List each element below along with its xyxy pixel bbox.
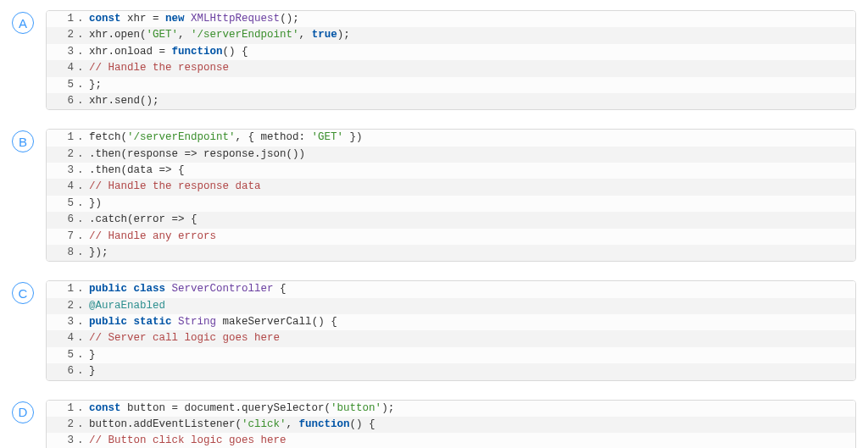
code-line: 3.public static String makeServerCall() … [47, 314, 855, 330]
code-line: 7.// Handle any errors [47, 229, 855, 245]
line-number: 3 [47, 44, 77, 60]
code-line: 5.}) [47, 196, 855, 212]
code-line: 1.const xhr = new XMLHttpRequest(); [47, 11, 855, 27]
code-content: // Server call logic goes here [86, 330, 847, 346]
line-number-dot: . [77, 60, 86, 76]
code-line: 1.fetch('/serverEndpoint', { method: 'GE… [47, 130, 855, 146]
code-content: } [86, 363, 847, 379]
option-c[interactable]: C1.public class ServerController {2.@Aur… [12, 280, 856, 380]
code-line: 2..then(response => response.json()) [47, 147, 855, 163]
code-line: 1.const button = document.querySelector(… [47, 401, 855, 417]
code-line: 4.// Handle the response data [47, 179, 855, 195]
code-content: fetch('/serverEndpoint', { method: 'GET'… [86, 130, 847, 146]
line-number: 1 [47, 281, 77, 297]
line-number-dot: . [77, 147, 86, 163]
line-number: 5 [47, 347, 77, 363]
code-content: const button = document.querySelector('b… [86, 401, 847, 417]
line-number: 3 [47, 433, 77, 448]
line-number-dot: . [77, 330, 86, 346]
line-number-dot: . [77, 401, 86, 417]
line-number-dot: . [77, 163, 86, 179]
code-line: 6.xhr.send(); [47, 93, 855, 109]
code-line: 5.}; [47, 77, 855, 93]
line-number-dot: . [77, 196, 86, 212]
option-b[interactable]: B1.fetch('/serverEndpoint', { method: 'G… [12, 129, 856, 262]
line-number-dot: . [77, 281, 86, 297]
code-content: }) [86, 196, 847, 212]
code-content: xhr.send(); [86, 93, 847, 109]
line-number: 1 [47, 11, 77, 27]
code-line: 2.xhr.open('GET', '/serverEndpoint', tru… [47, 27, 855, 43]
line-number: 4 [47, 60, 77, 76]
line-number: 7 [47, 229, 77, 245]
code-content: }); [86, 245, 847, 261]
line-number: 4 [47, 179, 77, 195]
line-number: 6 [47, 212, 77, 228]
option-a[interactable]: A1.const xhr = new XMLHttpRequest();2.xh… [12, 10, 856, 110]
code-line: 3..then(data => { [47, 163, 855, 179]
line-number-dot: . [77, 130, 86, 146]
line-number: 5 [47, 196, 77, 212]
line-number: 4 [47, 330, 77, 346]
code-line: 2.button.addEventListener('click', funct… [47, 417, 855, 433]
option-letter-badge[interactable]: C [12, 282, 34, 304]
code-content: xhr.open('GET', '/serverEndpoint', true)… [86, 27, 847, 43]
code-content: @AuraEnabled [86, 298, 847, 314]
line-number-dot: . [77, 212, 86, 228]
line-number-dot: . [77, 314, 86, 330]
code-block: 1.public class ServerController {2.@Aura… [46, 280, 856, 380]
line-number-dot: . [77, 298, 86, 314]
code-content: } [86, 347, 847, 363]
line-number-dot: . [77, 347, 86, 363]
line-number: 1 [47, 401, 77, 417]
line-number: 1 [47, 130, 77, 146]
line-number-dot: . [77, 433, 86, 448]
code-content: // Button click logic goes here [86, 433, 847, 448]
code-line: 4.// Server call logic goes here [47, 330, 855, 346]
code-content: public class ServerController { [86, 281, 847, 297]
code-content: const xhr = new XMLHttpRequest(); [86, 11, 847, 27]
code-content: }; [86, 77, 847, 93]
line-number: 8 [47, 245, 77, 261]
line-number: 2 [47, 298, 77, 314]
line-number-dot: . [77, 363, 86, 379]
code-line: 1.public class ServerController { [47, 281, 855, 297]
line-number: 3 [47, 163, 77, 179]
code-content: // Handle any errors [86, 229, 847, 245]
option-letter-badge[interactable]: B [12, 130, 34, 152]
code-line: 2.@AuraEnabled [47, 298, 855, 314]
line-number-dot: . [77, 93, 86, 109]
code-content: .then(data => { [86, 163, 847, 179]
option-letter-badge[interactable]: A [12, 12, 34, 34]
code-line: 6..catch(error => { [47, 212, 855, 228]
line-number: 3 [47, 314, 77, 330]
options-list: A1.const xhr = new XMLHttpRequest();2.xh… [12, 10, 856, 448]
code-line: 3.xhr.onload = function() { [47, 44, 855, 60]
code-block: 1.const xhr = new XMLHttpRequest();2.xhr… [46, 10, 856, 110]
line-number-dot: . [77, 44, 86, 60]
code-content: // Handle the response data [86, 179, 847, 195]
line-number-dot: . [77, 179, 86, 195]
code-block: 1.const button = document.querySelector(… [46, 400, 856, 449]
code-content: // Handle the response [86, 60, 847, 76]
line-number: 2 [47, 147, 77, 163]
line-number-dot: . [77, 11, 86, 27]
line-number-dot: . [77, 77, 86, 93]
line-number-dot: . [77, 417, 86, 433]
option-letter-badge[interactable]: D [12, 401, 34, 423]
code-content: xhr.onload = function() { [86, 44, 847, 60]
code-block: 1.fetch('/serverEndpoint', { method: 'GE… [46, 129, 856, 262]
code-line: 3.// Button click logic goes here [47, 433, 855, 448]
line-number: 5 [47, 77, 77, 93]
line-number-dot: . [77, 27, 86, 43]
code-content: public static String makeServerCall() { [86, 314, 847, 330]
line-number: 6 [47, 93, 77, 109]
line-number: 2 [47, 417, 77, 433]
code-content: .catch(error => { [86, 212, 847, 228]
option-d[interactable]: D1.const button = document.querySelector… [12, 400, 856, 449]
code-line: 4.// Handle the response [47, 60, 855, 76]
code-content: .then(response => response.json()) [86, 147, 847, 163]
code-content: button.addEventListener('click', functio… [86, 417, 847, 433]
code-line: 5.} [47, 347, 855, 363]
code-line: 8.}); [47, 245, 855, 261]
